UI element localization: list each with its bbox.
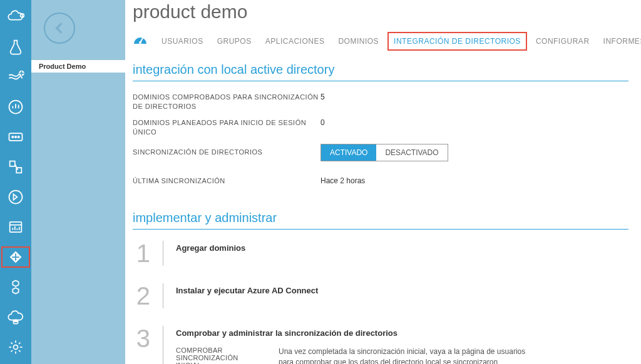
- field-lastsync-label: ÚLTIMA SINCRONIZACIÓN: [133, 176, 320, 186]
- step-3-title[interactable]: Comprobar y administrar la sincronizació…: [176, 328, 628, 338]
- nav-dashboard-icon[interactable]: [0, 215, 31, 239]
- svg-point-5: [15, 136, 16, 138]
- nav-analytics-icon[interactable]: [0, 95, 31, 119]
- nav-flask-icon[interactable]: [0, 35, 31, 59]
- tab-configurar[interactable]: CONFIGURAR: [536, 37, 590, 46]
- step-2-title[interactable]: Instalar y ejecutar Azure AD Connect: [176, 286, 628, 295]
- tab-usuarios[interactable]: USUARIOS: [162, 37, 203, 46]
- field-verified-domains-label: DOMINIOS COMPROBADOS PARA SINCRONIZACIÓN…: [133, 93, 320, 112]
- nav-cloud-icon[interactable]: [0, 5, 31, 29]
- tab-bar: USUARIOS GRUPOS APLICACIONES DOMINIOS IN…: [133, 34, 628, 49]
- svg-point-7: [9, 191, 23, 204]
- dirsync-toggle-off[interactable]: DESACTIVADO: [376, 144, 447, 161]
- nav-settings-icon[interactable]: [0, 335, 31, 359]
- field-sso-domains-label: DOMINIOS PLANEADOS PARA INICIO DE SESIÓN…: [133, 118, 320, 138]
- nav-hexagon-icon[interactable]: [0, 275, 31, 299]
- step-2-number: 2: [133, 283, 150, 308]
- svg-point-6: [18, 136, 19, 138]
- page-title: product demo: [133, 1, 628, 23]
- field-dirsync-label: SINCRONIZACIÓN DE DIRECTORIOS: [133, 148, 320, 157]
- nav-services-icon[interactable]: [0, 65, 31, 89]
- tab-aplicaciones[interactable]: APLICACIONES: [265, 37, 325, 46]
- sub-nav: Product Demo: [31, 0, 125, 364]
- step-divider: [163, 241, 163, 266]
- dirsync-toggle: ACTIVADO DESACTIVADO: [320, 144, 448, 161]
- field-verified-domains-value: 5: [320, 93, 325, 101]
- back-button[interactable]: [44, 13, 75, 44]
- tab-grupos[interactable]: GRUPOS: [217, 37, 252, 46]
- sub-nav-item-product-demo[interactable]: Product Demo: [31, 60, 125, 73]
- step-2: 2 Instalar y ejecutar Azure AD Connect: [133, 283, 628, 308]
- section-implement-title: implementar y administrar: [133, 211, 628, 230]
- left-nav-rail: [0, 0, 31, 364]
- nav-integration-icon[interactable]: [0, 155, 31, 179]
- nav-active-directory-icon[interactable]: [0, 245, 31, 269]
- step-divider: [163, 326, 163, 364]
- step-1: 1 Agregar dominios: [133, 241, 628, 266]
- dirsync-toggle-on[interactable]: ACTIVADO: [321, 144, 376, 161]
- svg-point-10: [14, 345, 18, 350]
- nav-remote-icon[interactable]: [0, 185, 31, 209]
- field-sso-domains-value: 0: [320, 118, 325, 127]
- nav-code-icon[interactable]: [0, 125, 31, 149]
- svg-point-4: [12, 136, 13, 138]
- step-3: 3 Comprobar y administrar la sincronizac…: [133, 326, 628, 364]
- main-content: product demo USUARIOS GRUPOS APLICACIONE…: [125, 0, 641, 364]
- step-3-number: 3: [133, 326, 150, 364]
- section-integration-title: integración con local active directory: [133, 63, 628, 81]
- step-divider: [163, 283, 163, 308]
- tab-informes[interactable]: INFORMES: [603, 37, 641, 46]
- nav-cloud-db-icon[interactable]: [0, 305, 31, 329]
- tab-dominios[interactable]: DOMINIOS: [338, 37, 379, 46]
- tab-integracion-directorios[interactable]: INTEGRACIÓN DE DIRECTORIOS: [392, 37, 522, 46]
- step-3-sub-desc: Una vez completada la sincronización ini…: [279, 346, 541, 364]
- step-3-sub-label: COMPROBAR SINCRONIZACIÓN INICIAL: [176, 346, 264, 364]
- step-1-number: 1: [133, 241, 150, 266]
- portal-dashboard-icon[interactable]: [133, 34, 148, 49]
- svg-point-9: [14, 320, 18, 321]
- step-1-title[interactable]: Agregar dominios: [176, 243, 628, 253]
- field-lastsync-value: Hace 2 horas: [320, 176, 365, 185]
